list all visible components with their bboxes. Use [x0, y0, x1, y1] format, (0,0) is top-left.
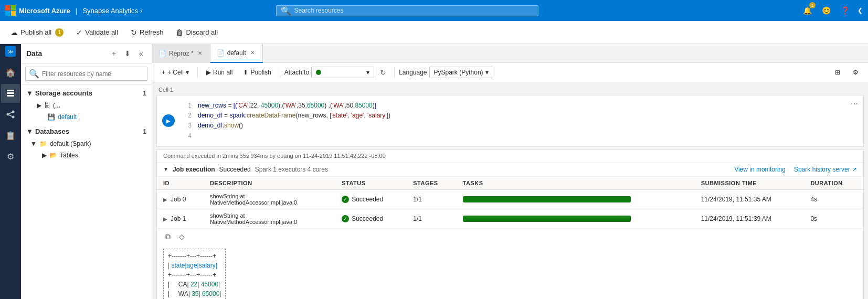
copy-output-button[interactable]: ⧉	[163, 231, 173, 242]
refresh-button[interactable]: ↻ Refresh	[125, 26, 169, 39]
chevron-icon: ›	[140, 7, 142, 15]
job-chevron-icon[interactable]: ▼	[163, 166, 168, 172]
job-desc-cell: showString at NativeMethodAccessorImpl.j…	[204, 209, 335, 228]
main-layout: ≫ 🏠 📋 ⚙ Data + ⬇ «	[0, 44, 868, 299]
job-tasks-cell	[457, 189, 695, 209]
sort-button[interactable]: ⬇	[122, 48, 133, 59]
job-id-cell: ▶Job 0	[157, 189, 204, 209]
filter-resources-wrap: 🔍	[21, 63, 152, 84]
line-num-4: 4	[183, 131, 192, 141]
line-num-3: 3	[183, 121, 192, 131]
notification-icon[interactable]: 🔔 1	[801, 4, 813, 17]
help-icon[interactable]: ❓	[839, 4, 851, 17]
cell-run-button[interactable]: ▶	[162, 114, 175, 127]
add-resource-button[interactable]: +	[109, 48, 119, 59]
sidebar-item-integrate[interactable]	[1, 105, 20, 124]
publish-notebook-button[interactable]: ⬆ Publish	[239, 67, 275, 78]
status-label: Succeeded	[352, 215, 383, 222]
job-stages-cell: 1/1	[407, 209, 456, 228]
add-cell-button[interactable]: + + Cell ▾	[157, 67, 193, 78]
tree-view: ▼ Storage accounts 1 ▶ 🗄 (... 💾 default …	[21, 84, 152, 299]
tables-label: Tables	[60, 152, 78, 159]
monitor-links: View in monitoring Spark history server …	[734, 166, 857, 173]
language-select[interactable]: PySpark (Python) ▾	[429, 67, 493, 78]
settings-button[interactable]: ⚙	[849, 67, 863, 78]
side-nav: ≫ 🏠 📋 ⚙	[0, 44, 21, 299]
sidebar-item-data[interactable]	[1, 84, 20, 103]
tab-default-close[interactable]: ✕	[249, 49, 256, 56]
databases-header[interactable]: ▼ Databases 1	[21, 125, 152, 138]
code-area: 1 new_rows = [('CA',22, 45000),('WA',35,…	[157, 95, 863, 146]
validate-icon: ✓	[76, 28, 82, 37]
session-refresh-button[interactable]: ↻	[376, 66, 390, 79]
collapse-panel-button[interactable]: «	[136, 48, 146, 59]
toolbar-separator-2	[280, 67, 280, 78]
clear-output-button[interactable]: ◇	[177, 231, 187, 242]
discard-all-button[interactable]: 🗑 Discard all	[171, 26, 223, 39]
job-stages-cell: 1/1	[407, 189, 456, 209]
table-header-row: ID DESCRIPTION STATUS STAGES TASKS SUBMI…	[157, 177, 863, 190]
status-check-icon: ✓	[342, 196, 349, 203]
th-submission-time: SUBMISSION TIME	[695, 177, 805, 190]
tab-reproz[interactable]: 📄 Reproz * ✕	[152, 44, 210, 63]
tab-reproz-icon: 📄	[158, 50, 166, 57]
publish-all-button[interactable]: ☁ Publish all 1	[5, 26, 69, 39]
tabs-bar: 📄 Reproz * ✕ 📄 default ✕	[152, 44, 868, 63]
publish-nb-label: Publish	[250, 69, 271, 76]
view-monitoring-link[interactable]: View in monitoring	[734, 166, 786, 173]
validate-all-button[interactable]: ✓ Validate all	[71, 26, 123, 39]
default-storage-item[interactable]: 💾 default	[21, 111, 152, 123]
language-section: Language PySpark (Python) ▾	[399, 67, 493, 78]
top-bar-icons: 🔔 1 😊 ❓ ❮	[801, 4, 863, 17]
tab-default[interactable]: 📄 default ✕	[210, 44, 263, 63]
run-all-label: Run all	[213, 69, 232, 76]
sidebar-item-manage[interactable]: ⚙	[1, 147, 20, 166]
spark-info: Spark 1 executors 4 cores	[255, 166, 328, 173]
synapse-brand[interactable]: Synapse Analytics ›	[82, 7, 142, 15]
layout-button[interactable]: ⊞	[831, 67, 844, 78]
job-tasks-cell	[457, 209, 695, 228]
job-expand-icon[interactable]: ▶	[163, 197, 167, 202]
output-actions: ⧉ ◇	[157, 229, 863, 244]
spark-history-link[interactable]: Spark history server ↗	[794, 166, 857, 173]
sidebar-item-monitor[interactable]: 📋	[1, 126, 20, 145]
refresh-label: Refresh	[140, 28, 164, 36]
ascii-table: +-------+---+------+ | state|age|salary|…	[163, 249, 226, 299]
search-icon: 🔍	[281, 6, 291, 16]
chevron-right-icon: ▶	[37, 102, 41, 109]
default-spark-item[interactable]: ▼ 📁 default (Spark)	[21, 138, 152, 150]
status-label: Succeeded	[352, 196, 383, 203]
jobs-table: ID DESCRIPTION STATUS STAGES TASKS SUBMI…	[157, 177, 863, 229]
expand-nav-button[interactable]: ≫	[5, 46, 16, 57]
job-expand-icon[interactable]: ▶	[163, 216, 167, 222]
filter-resources-input-inner: 🔍	[25, 67, 147, 81]
attach-to-label: Attach to	[284, 69, 309, 76]
search-input[interactable]	[294, 7, 534, 14]
th-description: DESCRIPTION	[204, 177, 335, 190]
run-all-button[interactable]: ▶ Run all	[202, 67, 237, 78]
data-panel-header: Data + ⬇ «	[21, 44, 152, 63]
db-icon: 📁	[39, 140, 47, 147]
discard-all-label: Discard all	[186, 28, 218, 36]
sidebar-item-home[interactable]: 🏠	[1, 63, 20, 82]
attach-dropdown[interactable]: ▾	[311, 67, 374, 78]
code-line-1: 1 new_rows = [('CA',22, 45000),('WA',35,…	[183, 101, 858, 111]
tab-reproz-close[interactable]: ✕	[196, 50, 204, 57]
global-search[interactable]: 🔍	[276, 5, 538, 16]
filter-resources-input[interactable]	[42, 70, 144, 78]
cell-chevron-icon: ▾	[186, 69, 189, 76]
notification-badge: 1	[809, 2, 816, 8]
tables-item[interactable]: ▶ 📂 Tables	[21, 150, 152, 161]
databases-label: Databases	[35, 127, 69, 135]
user-icon[interactable]: 😊	[820, 4, 832, 17]
storage-accounts-header[interactable]: ▼ Storage accounts 1	[21, 87, 152, 100]
cell-more-button[interactable]: ⋯	[851, 100, 858, 108]
attach-chevron-icon: ▾	[366, 69, 369, 76]
line-num-1: 1	[183, 101, 192, 111]
storage-account-item[interactable]: ▶ 🗄 (...	[21, 100, 152, 111]
job-submission-time-cell: 11/24/2019, 11:51:35 AM	[695, 189, 805, 209]
job-execution-label: Job execution	[173, 166, 215, 173]
job-execution-header: ▼ Job execution Succeeded Spark 1 execut…	[157, 163, 863, 177]
storage-default-label: default	[58, 113, 77, 121]
collapse-button[interactable]: ❮	[858, 7, 863, 14]
